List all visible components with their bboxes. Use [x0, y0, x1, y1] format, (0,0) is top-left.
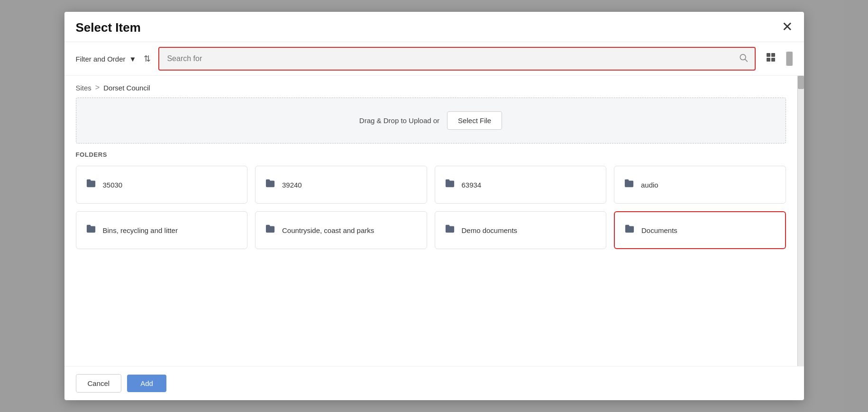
- toolbar-row: Filter and Order ▼ ⇅: [64, 42, 804, 76]
- search-icon: [739, 53, 748, 65]
- drop-zone: Drag & Drop to Upload or Select File: [76, 98, 786, 143]
- folder-card[interactable]: Documents: [614, 211, 786, 249]
- search-input[interactable]: [159, 48, 754, 70]
- modal-title: Select Item: [76, 20, 141, 35]
- filter-order-label: Filter and Order: [76, 55, 126, 63]
- filter-arrow-icon: ▼: [129, 55, 137, 63]
- folder-icon: [86, 224, 96, 236]
- folders-label: FOLDERS: [76, 151, 786, 158]
- folder-card[interactable]: 35030: [76, 166, 248, 204]
- breadcrumb-current: Dorset Council: [103, 84, 150, 92]
- breadcrumb-separator: >: [95, 83, 100, 92]
- folder-name: Bins, recycling and litter: [103, 226, 178, 234]
- svg-rect-5: [771, 58, 775, 62]
- folder-name: 63934: [462, 181, 482, 189]
- drop-zone-text: Drag & Drop to Upload or: [359, 116, 439, 125]
- folder-icon: [265, 179, 275, 191]
- add-button[interactable]: Add: [127, 375, 166, 392]
- svg-line-1: [745, 60, 747, 62]
- scrollbar-area: [797, 76, 804, 366]
- content-main: Sites > Dorset Council Drag & Drop to Up…: [64, 76, 797, 366]
- folder-card[interactable]: audio: [614, 166, 786, 204]
- folder-card[interactable]: Bins, recycling and litter: [76, 211, 248, 249]
- folder-name: audio: [641, 181, 658, 189]
- svg-rect-4: [767, 58, 770, 62]
- folder-name: 39240: [282, 181, 302, 189]
- modal: Select Item ✕ Filter and Order ▼ ⇅: [64, 12, 804, 400]
- sort-icon[interactable]: ⇅: [144, 54, 151, 64]
- folder-card[interactable]: 39240: [255, 166, 427, 204]
- folder-icon: [624, 224, 635, 236]
- svg-rect-3: [771, 53, 775, 57]
- folder-icon: [445, 224, 455, 236]
- folder-icon: [86, 179, 96, 191]
- modal-header: Select Item ✕: [64, 12, 804, 42]
- svg-point-0: [740, 54, 746, 60]
- folder-icon: [624, 179, 634, 191]
- select-file-button[interactable]: Select File: [447, 111, 502, 130]
- content-area: Sites > Dorset Council Drag & Drop to Up…: [64, 76, 804, 366]
- svg-rect-2: [767, 53, 770, 57]
- grid-view-button[interactable]: [763, 50, 778, 68]
- folder-card[interactable]: Countryside, coast and parks: [255, 211, 427, 249]
- close-button[interactable]: ✕: [778, 18, 796, 36]
- modal-footer: Cancel Add: [64, 366, 804, 400]
- folder-name: 35030: [103, 181, 123, 189]
- breadcrumb: Sites > Dorset Council: [64, 76, 797, 98]
- folder-card[interactable]: 63934: [435, 166, 607, 204]
- modal-overlay: Select Item ✕ Filter and Order ▼ ⇅: [0, 0, 868, 412]
- folders-section: FOLDERS 35030 39240 63934 audio Bins, re…: [64, 151, 797, 366]
- vertical-scrollbar-thumb[interactable]: [798, 76, 804, 89]
- filter-order-button[interactable]: Filter and Order ▼: [76, 55, 137, 63]
- folder-name: Demo documents: [462, 226, 518, 234]
- scrollbar-thumb[interactable]: [786, 52, 793, 66]
- folder-icon: [265, 224, 275, 236]
- search-container: [158, 47, 755, 71]
- breadcrumb-sites[interactable]: Sites: [76, 84, 91, 92]
- scrollbar-track: [786, 52, 793, 66]
- folder-name: Documents: [641, 226, 677, 234]
- folders-grid: 35030 39240 63934 audio Bins, recycling …: [76, 166, 786, 249]
- folder-icon: [445, 179, 455, 191]
- cancel-button[interactable]: Cancel: [76, 374, 122, 393]
- folder-card[interactable]: Demo documents: [435, 211, 607, 249]
- folder-name: Countryside, coast and parks: [282, 226, 374, 234]
